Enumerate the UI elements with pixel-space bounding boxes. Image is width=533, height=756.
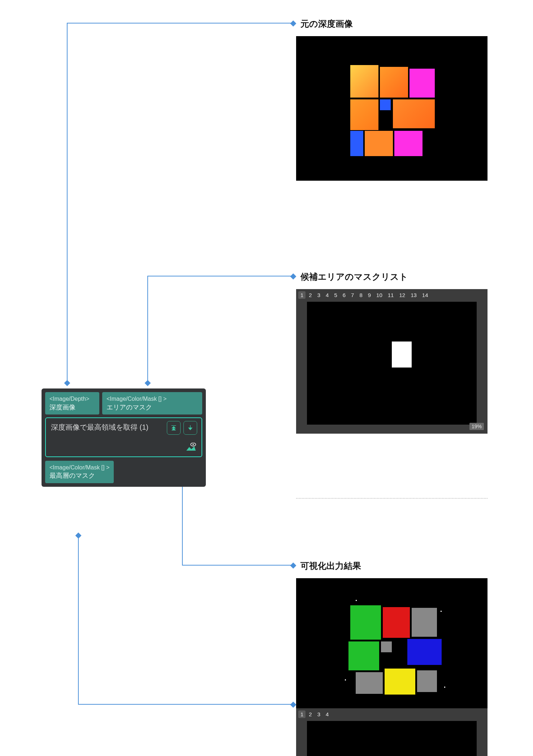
mask-tab[interactable]: 5 xyxy=(332,291,339,299)
mask-list-viewer: 1234567891011121314 19% xyxy=(296,289,488,434)
svg-point-1 xyxy=(192,444,194,445)
mask-tab[interactable]: 8 xyxy=(357,291,364,299)
port-name-label: エリアのマスク xyxy=(107,403,198,412)
title-mask-list: 候補エリアのマスクリスト xyxy=(300,271,408,283)
port-type-label: <Image/Depth> xyxy=(49,395,95,403)
mask-tab[interactable]: 11 xyxy=(386,291,396,299)
node-body[interactable]: 深度画像で最高領域を取得 (1) xyxy=(45,417,202,457)
mask-tabs: 1234 xyxy=(296,708,488,720)
input-port-depth[interactable]: <Image/Depth> 深度画像 xyxy=(45,392,99,414)
mask-tab[interactable]: 10 xyxy=(374,291,385,299)
title-depth-input: 元の深度画像 xyxy=(300,18,353,30)
port-name-label: 最高層のマスク xyxy=(49,471,109,480)
title-vis-output: 可視化出力結果 xyxy=(300,560,361,572)
port-type-label: <Image/Color/Mask [] > xyxy=(49,464,109,472)
collapse-icon[interactable] xyxy=(183,421,197,435)
output-port-mask[interactable]: <Image/Color/Mask [] > 最高層のマスク xyxy=(45,461,114,483)
mask-tab[interactable]: 1 xyxy=(298,291,306,299)
mask-tab[interactable]: 3 xyxy=(315,291,322,299)
visualize-icon[interactable] xyxy=(186,443,196,453)
mask-canvas xyxy=(307,721,477,756)
expand-all-icon[interactable] xyxy=(167,421,181,435)
mask-tab[interactable]: 12 xyxy=(397,291,407,299)
zoom-label: 19% xyxy=(469,423,484,430)
mask-tab[interactable]: 4 xyxy=(324,291,331,299)
mask-tab[interactable]: 3 xyxy=(315,710,322,718)
mask-tabs: 1234567891011121314 xyxy=(296,289,488,300)
mask-tab[interactable]: 7 xyxy=(349,291,356,299)
mask-tab[interactable]: 4 xyxy=(324,710,331,718)
node-get-highest-region: <Image/Depth> 深度画像 <Image/Color/Mask [] … xyxy=(42,388,206,487)
output-mask-viewer: 1234 19% xyxy=(296,708,488,756)
port-type-label: <Image/Color/Mask [] > xyxy=(107,395,198,403)
mask-tab[interactable]: 9 xyxy=(366,291,373,299)
mask-tab[interactable]: 6 xyxy=(341,291,348,299)
input-port-mask[interactable]: <Image/Color/Mask [] > エリアのマスク xyxy=(102,392,202,414)
mask-tab[interactable]: 2 xyxy=(307,291,314,299)
port-name-label: 深度画像 xyxy=(49,403,95,412)
depth-image-preview xyxy=(296,36,488,181)
mask-canvas xyxy=(307,302,477,425)
vis-output-preview xyxy=(296,578,488,723)
mask-tab[interactable]: 13 xyxy=(408,291,419,299)
mask-tab[interactable]: 1 xyxy=(298,710,306,718)
mask-tab[interactable]: 14 xyxy=(420,291,430,299)
mask-tab[interactable]: 2 xyxy=(307,710,314,718)
